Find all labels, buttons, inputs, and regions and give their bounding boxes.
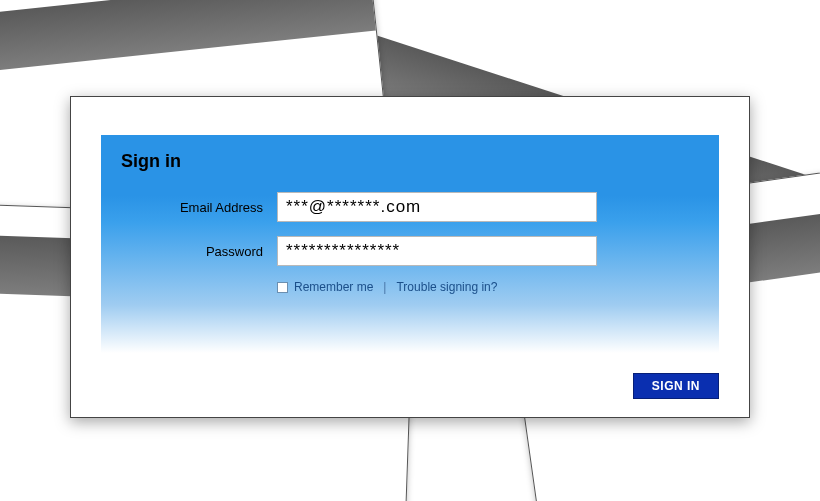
signin-title: Sign in [121, 151, 699, 172]
password-row: Password [121, 236, 699, 266]
trouble-link[interactable]: Trouble signing in? [396, 280, 497, 294]
email-row: Email Address [121, 192, 699, 222]
email-label: Email Address [121, 200, 277, 215]
signin-button[interactable]: SIGN IN [633, 373, 719, 399]
password-label: Password [121, 244, 277, 259]
email-field[interactable] [277, 192, 597, 222]
password-field[interactable] [277, 236, 597, 266]
remember-checkbox[interactable] [277, 282, 288, 293]
options-divider: | [383, 280, 386, 294]
signin-panel: Sign in Email Address Password Remember … [101, 135, 719, 353]
remember-label: Remember me [294, 280, 373, 294]
options-row: Remember me | Trouble signing in? [277, 280, 699, 294]
signin-card: Sign in Email Address Password Remember … [70, 96, 750, 418]
